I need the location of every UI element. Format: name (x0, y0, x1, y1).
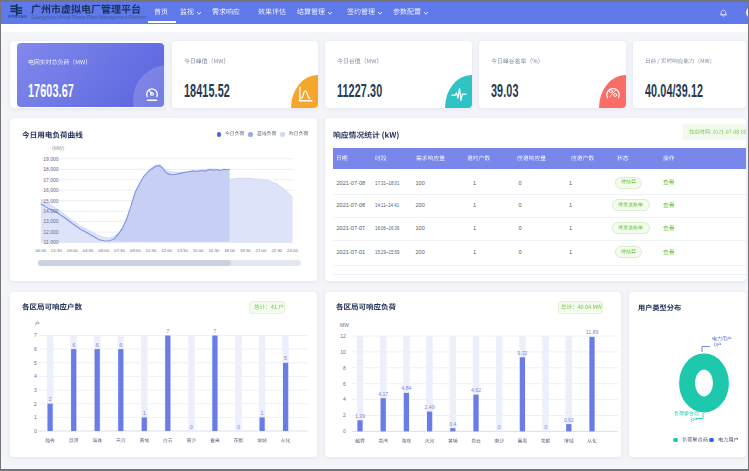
svg-text:17,000: 17,000 (43, 177, 59, 183)
svg-text:6: 6 (72, 342, 75, 348)
svg-text:21:00: 21:00 (256, 248, 267, 253)
svg-text:14,000: 14,000 (43, 208, 59, 214)
svg-text:12: 12 (340, 333, 346, 339)
svg-text:16:30: 16:30 (208, 248, 219, 253)
svg-text:5: 5 (34, 360, 37, 366)
svg-text:18:00: 18:00 (224, 248, 235, 253)
svg-text:0: 0 (498, 424, 501, 430)
svg-text:4.84: 4.84 (401, 385, 411, 391)
svg-text:9.32: 9.32 (517, 350, 527, 356)
svg-text:0: 0 (544, 424, 547, 430)
svg-text:0: 0 (190, 424, 193, 430)
svg-text:0.92: 0.92 (564, 417, 574, 423)
svg-text:00:00: 00:00 (35, 248, 46, 253)
svg-text:1: 1 (34, 414, 37, 420)
svg-text:03:00: 03:00 (67, 248, 78, 253)
svg-text:13:30: 13:30 (177, 248, 188, 253)
svg-text:19:30: 19:30 (240, 248, 251, 253)
svg-text:12,000: 12,000 (43, 229, 59, 235)
svg-text:2: 2 (343, 412, 346, 418)
svg-text:3: 3 (34, 387, 37, 393)
svg-text:6: 6 (96, 342, 99, 348)
svg-text:1: 1 (261, 410, 264, 416)
svg-text:15,000: 15,000 (43, 198, 59, 204)
svg-text:10:30: 10:30 (146, 248, 157, 253)
svg-text:0: 0 (237, 424, 240, 430)
svg-text:10: 10 (340, 349, 346, 355)
svg-text:13,000: 13,000 (43, 218, 59, 224)
svg-text:1: 1 (143, 410, 146, 416)
svg-text:11.89: 11.89 (586, 329, 599, 335)
svg-text:7: 7 (34, 332, 37, 338)
svg-text:2: 2 (34, 401, 37, 407)
svg-text:12:00: 12:00 (161, 248, 172, 253)
svg-text:04:30: 04:30 (83, 248, 94, 253)
svg-text:2: 2 (49, 396, 52, 402)
svg-text:22:30: 22:30 (271, 248, 282, 253)
svg-text:0: 0 (34, 428, 37, 434)
svg-text:7: 7 (213, 328, 216, 334)
svg-text:01:30: 01:30 (51, 248, 62, 253)
svg-text:11,000: 11,000 (44, 239, 59, 245)
svg-text:4.62: 4.62 (471, 387, 481, 393)
svg-text:19,000: 19,000 (43, 156, 59, 162)
svg-text:4.17: 4.17 (378, 391, 388, 397)
svg-text:07:30: 07:30 (114, 248, 125, 253)
svg-text:16,000: 16,000 (43, 187, 59, 193)
svg-text:5: 5 (284, 355, 287, 361)
svg-text:7: 7 (166, 328, 169, 334)
svg-text:0: 0 (343, 428, 346, 434)
svg-text:2.49: 2.49 (425, 404, 435, 410)
svg-text:09:00: 09:00 (130, 248, 141, 253)
svg-text:6: 6 (119, 342, 122, 348)
svg-text:15:00: 15:00 (193, 248, 204, 253)
svg-text:0.4: 0.4 (449, 421, 456, 427)
svg-text:06:00: 06:00 (98, 248, 109, 253)
svg-text:4: 4 (343, 396, 346, 402)
svg-text:8: 8 (343, 365, 346, 371)
svg-text:6: 6 (343, 381, 346, 387)
svg-text:1.39: 1.39 (355, 413, 365, 419)
svg-text:18,000: 18,000 (43, 166, 59, 172)
svg-text:6: 6 (34, 346, 37, 352)
svg-text:24:00: 24:00 (287, 248, 298, 253)
svg-text:4: 4 (34, 373, 37, 379)
